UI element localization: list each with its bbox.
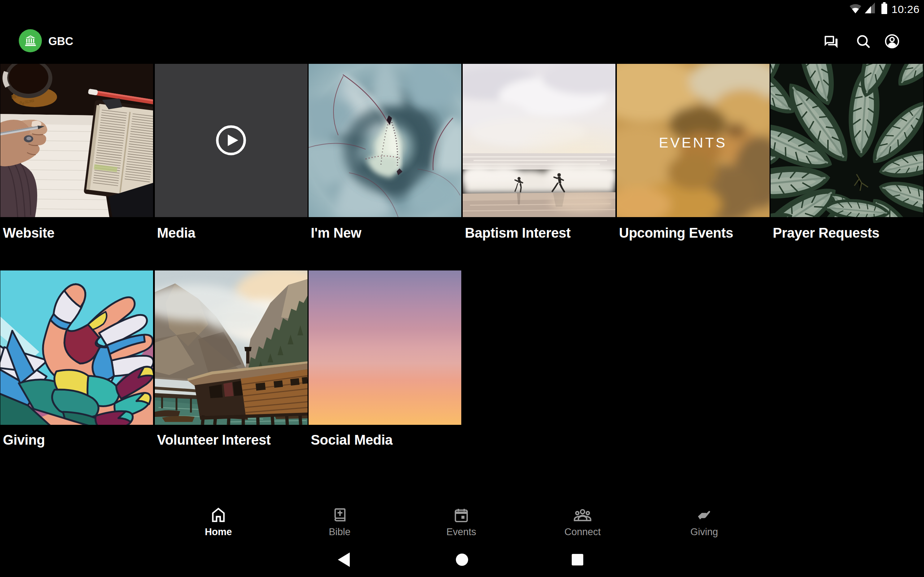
svg-text:EVENTS: EVENTS [659,135,727,150]
